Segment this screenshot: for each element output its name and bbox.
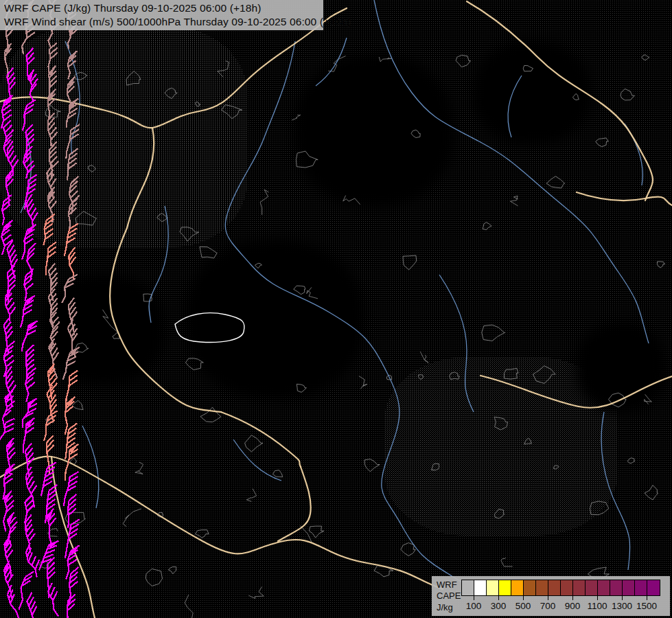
colorbar-cell [610,580,623,595]
colorbar-cell [487,580,499,595]
wind-barb [3,585,26,618]
wind-barb [67,148,78,181]
colorbar-tick [523,595,524,600]
legend-title-cape: CAPE [437,591,461,600]
wind-barb [44,582,66,617]
colorbar-tick [622,595,623,600]
cape-title-line: WRF CAPE (J/kg) Thursday 09-10-2025 06:0… [4,1,323,15]
colorbar-tick [597,595,598,600]
colorbar-cell [623,580,635,595]
colorbar-tick [548,595,548,600]
wind-barb [66,247,81,280]
colorbar-tick-label: 100 [466,601,482,611]
colorbar-cell [474,580,487,595]
wind-barb [22,98,36,132]
colorbar-tick-label: 700 [540,601,556,611]
colorbar-tick-label: 1100 [587,601,607,611]
wind-barb [46,113,60,146]
model-header-overlay: WRF CAPE (J/kg) Thursday 09-10-2025 06:0… [0,0,323,30]
windshear-title-line: WRF Wind shear (m/s) 500/1000hPa Thursda… [4,15,323,29]
wind-barb [17,570,34,611]
wind-barb [67,594,76,618]
colorbar-tick [647,595,647,600]
colorbar-cell [598,580,610,595]
colorbar-tick-label: 500 [515,601,531,611]
wind-barb [47,312,62,345]
colorbar-cell [524,580,536,595]
wind-barb [43,409,58,442]
wind-barb [23,417,35,453]
wind-barb [65,123,80,160]
wind-barb [2,391,15,428]
wind-barb [66,98,79,129]
colorbar-tick-label: 300 [491,601,507,611]
wind-barb [45,241,56,276]
wind-barb-field [0,0,672,618]
wind-barb [45,385,62,421]
colorbar-cell [635,580,647,595]
colorbar-cell [548,580,561,595]
colorbar-tick [572,595,573,600]
cape-legend-panel: WRF CAPE J/kg 10030050070090011001300150… [432,576,670,616]
colorbar-cell [586,580,598,595]
wind-barb [23,146,36,179]
colorbar-tick [498,595,499,600]
colorbar-tick-label: 1500 [636,601,657,611]
wind-barb [67,51,78,80]
wind-barb [24,268,34,301]
legend-title-wrf: WRF [437,580,457,589]
colorbar-cell [573,580,586,595]
colorbar-cell [561,580,573,595]
colorbar-cell [511,580,524,595]
colorbar-cell [499,580,511,595]
wind-barb [47,364,60,399]
colorbar-cell [647,580,660,595]
wind-barb [3,341,16,378]
weather-map-canvas: WRF CAPE (J/kg) Thursday 09-10-2025 06:0… [0,0,672,618]
wind-barb [60,272,78,305]
colorbar-tick-label: 900 [565,601,581,611]
wind-barb [25,593,45,618]
colorbar-tick [474,595,474,600]
legend-title-unit: J/kg [437,603,453,612]
wind-barb [24,443,37,477]
wind-barb [43,213,56,246]
wind-barb [1,560,19,599]
wind-barb [45,508,60,545]
colorbar-tick-label: 1300 [612,601,632,611]
colorbar-cell [536,580,548,595]
colorbar-cell [462,580,474,595]
wind-barb [3,288,18,322]
cape-colorbar [461,580,660,596]
wind-barb [1,194,12,225]
